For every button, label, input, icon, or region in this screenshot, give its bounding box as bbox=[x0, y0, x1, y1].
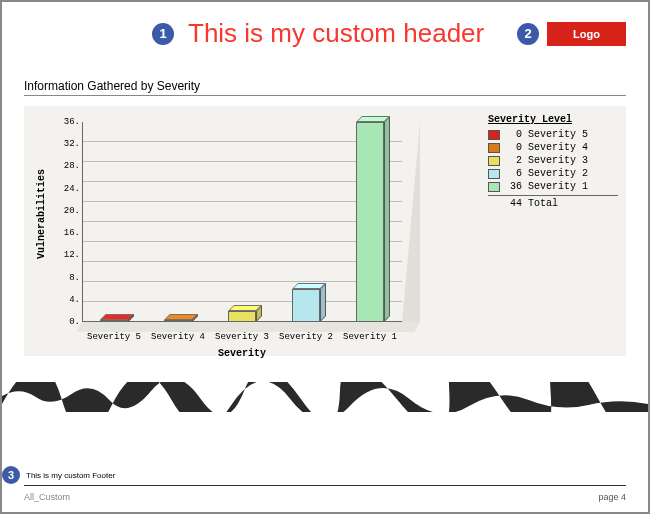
footer-page-number: page 4 bbox=[598, 492, 626, 502]
legend-label: Severity 2 bbox=[528, 168, 588, 179]
legend-title: Severity Level bbox=[488, 114, 618, 125]
footer-area: 3 This is my custom Footer All_Custom pa… bbox=[24, 466, 626, 502]
section-divider bbox=[24, 95, 626, 96]
legend-swatch bbox=[488, 169, 500, 179]
legend-count: 2 bbox=[506, 155, 522, 166]
legend-count: 0 bbox=[506, 129, 522, 140]
chart-bar bbox=[100, 320, 128, 322]
legend-row: 0Severity 5 bbox=[488, 129, 618, 140]
legend-total-value: 44 bbox=[506, 198, 522, 209]
legend-label: Severity 5 bbox=[528, 129, 588, 140]
legend-swatch bbox=[488, 130, 500, 140]
chart-bar bbox=[356, 122, 384, 322]
y-tick: 24. bbox=[60, 184, 80, 194]
torn-edge-graphic bbox=[2, 382, 648, 412]
y-axis-label: Vulnerabilities bbox=[36, 169, 47, 259]
legend-label: Severity 4 bbox=[528, 142, 588, 153]
y-tick: 8. bbox=[60, 273, 80, 283]
y-tick: 32. bbox=[60, 139, 80, 149]
legend-row: 0Severity 4 bbox=[488, 142, 618, 153]
chart-plot-area: Vulnerabilities Severity 0.4.8.12.16.20.… bbox=[32, 114, 480, 348]
logo-placeholder: Logo bbox=[547, 22, 626, 46]
legend-label: Severity 1 bbox=[528, 181, 588, 192]
annotation-badge-1: 1 bbox=[152, 23, 174, 45]
x-tick: Severity 2 bbox=[274, 332, 338, 342]
x-tick: Severity 5 bbox=[82, 332, 146, 342]
footer-filename: All_Custom bbox=[24, 492, 70, 502]
legend-count: 6 bbox=[506, 168, 522, 179]
header-row: 1 This is my custom header 2 Logo bbox=[24, 18, 626, 49]
y-tick: 4. bbox=[60, 295, 80, 305]
annotation-badge-2: 2 bbox=[517, 23, 539, 45]
y-tick: 0. bbox=[60, 317, 80, 327]
x-axis-label: Severity bbox=[82, 348, 402, 359]
legend-total-label: Total bbox=[528, 198, 558, 209]
legend-swatch bbox=[488, 143, 500, 153]
chart-bar bbox=[292, 289, 320, 322]
chart-container: Vulnerabilities Severity 0.4.8.12.16.20.… bbox=[24, 106, 626, 356]
chart-bar bbox=[228, 311, 256, 322]
custom-footer-text: This is my custom Footer bbox=[26, 471, 115, 480]
legend-count: 0 bbox=[506, 142, 522, 153]
x-tick: Severity 3 bbox=[210, 332, 274, 342]
section-title: Information Gathered by Severity bbox=[24, 79, 626, 93]
footer-divider bbox=[24, 485, 626, 486]
legend-total-row: 44 Total bbox=[488, 195, 618, 209]
document-page: 1 This is my custom header 2 Logo Inform… bbox=[0, 0, 650, 514]
x-tick: Severity 1 bbox=[338, 332, 402, 342]
legend-count: 36 bbox=[506, 181, 522, 192]
legend-label: Severity 3 bbox=[528, 155, 588, 166]
y-tick: 16. bbox=[60, 228, 80, 238]
y-tick: 12. bbox=[60, 250, 80, 260]
y-tick: 20. bbox=[60, 206, 80, 216]
chart-bars bbox=[82, 122, 402, 322]
legend-row: 2Severity 3 bbox=[488, 155, 618, 166]
y-tick: 36. bbox=[60, 117, 80, 127]
legend-row: 36Severity 1 bbox=[488, 181, 618, 192]
annotation-badge-3: 3 bbox=[2, 466, 20, 484]
legend-swatch bbox=[488, 182, 500, 192]
legend-swatch bbox=[488, 156, 500, 166]
x-tick: Severity 4 bbox=[146, 332, 210, 342]
chart-bar bbox=[164, 320, 192, 322]
chart-legend: Severity Level 0Severity 50Severity 42Se… bbox=[488, 114, 618, 348]
y-tick: 28. bbox=[60, 161, 80, 171]
custom-header-text: This is my custom header bbox=[188, 18, 484, 49]
legend-row: 6Severity 2 bbox=[488, 168, 618, 179]
